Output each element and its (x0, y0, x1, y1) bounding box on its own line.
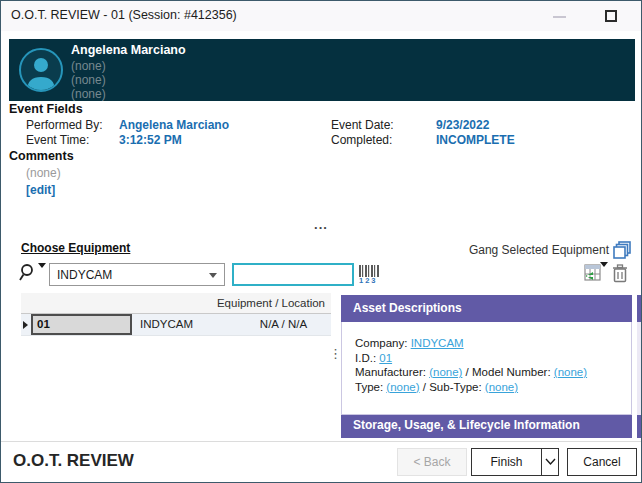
side-scrollbar-bottom (637, 415, 642, 438)
finish-split-button: Finish (471, 448, 559, 476)
asset-manufacturer-line: Manufacturer: (none) / Model Number: (no… (355, 365, 631, 380)
asset-type-line: Type: (none) / Sub-Type: (none) (355, 380, 631, 395)
chevron-down-icon (600, 262, 608, 267)
minimize-button[interactable] (553, 16, 566, 18)
oot-review-dialog: O.O.T. REVIEW - 01 (Session: #412356) An… (0, 0, 642, 483)
completed-label: Completed: (331, 133, 392, 147)
delete-button[interactable] (612, 264, 630, 285)
asset-descriptions-panel: Asset Descriptions Company: INDYCAM I.D.… (341, 295, 632, 438)
side-scrollbar-top (637, 295, 642, 322)
model-number-label: Model Number: (472, 366, 551, 378)
asset-company-line: Company: INDYCAM (355, 336, 631, 351)
table-row[interactable]: 01 INDYCAM N/A / N/A (21, 314, 331, 336)
panel-splitter[interactable]: ⋮ (329, 347, 339, 377)
person-icon (25, 55, 57, 91)
profile-name: Angelena Marciano (71, 43, 186, 57)
event-time-value: 3:12:52 PM (119, 133, 182, 147)
type-link[interactable]: (none) (386, 381, 419, 393)
finish-button[interactable]: Finish (472, 449, 541, 475)
add-from-list-button[interactable] (584, 264, 608, 286)
equipment-filter-value: INDYCAM (57, 268, 112, 282)
asset-descriptions-body: Company: INDYCAM I.D.: 01 Manufacturer: … (341, 322, 632, 415)
subtype-link[interactable]: (none) (485, 381, 518, 393)
search-icon (19, 263, 37, 282)
separator: / (466, 366, 469, 378)
profile-banner: Angelena Marciano (none) (none) (none) (9, 39, 635, 101)
row-selector-icon (23, 321, 28, 329)
gang-selected-equipment-label: Gang Selected Equipment (469, 243, 609, 257)
company-link[interactable]: INDYCAM (411, 337, 464, 349)
type-label: Type: (355, 381, 383, 393)
window-title: O.O.T. REVIEW - 01 (Session: #412356) (11, 8, 237, 22)
comments-heading: Comments (9, 149, 74, 163)
collapse-grip[interactable]: ... (1, 220, 641, 230)
performed-by-value: Angelena Marciano (119, 118, 229, 132)
barcode-icon: 123 (359, 263, 381, 285)
completed-value: INCOMPLETE (436, 133, 515, 147)
profile-detail-line: (none) (71, 87, 106, 101)
equipment-grid-header: Equipment / Location (21, 293, 331, 314)
copy-stack-icon[interactable] (613, 241, 632, 260)
choose-equipment-heading: Choose Equipment (21, 241, 130, 255)
grid-import-icon (584, 264, 601, 281)
manufacturer-label: Manufacturer: (355, 366, 426, 378)
equipment-grid: Equipment / Location 01 INDYCAM N/A / N/… (21, 293, 331, 336)
event-fields-heading: Event Fields (9, 102, 83, 116)
id-link[interactable]: 01 (379, 352, 392, 364)
back-button[interactable]: < Back (397, 448, 467, 476)
wizard-title: O.O.T. REVIEW (13, 451, 134, 471)
subtype-label: Sub-Type: (429, 381, 481, 393)
equipment-company-cell: INDYCAM (132, 314, 236, 335)
equipment-location-cell: N/A / N/A (236, 314, 331, 335)
manufacturer-link[interactable]: (none) (429, 366, 462, 378)
profile-detail-line: (none) (71, 59, 106, 73)
footer-bar: O.O.T. REVIEW < Back Finish Cancel (1, 441, 641, 482)
search-scope-button[interactable] (19, 263, 46, 286)
trash-icon (612, 264, 628, 283)
chevron-down-icon (209, 273, 217, 278)
company-label: Company: (355, 337, 407, 349)
side-scrollbar[interactable] (637, 295, 642, 438)
equipment-search-input[interactable] (232, 263, 354, 286)
title-bar: O.O.T. REVIEW - 01 (Session: #412356) (1, 1, 641, 31)
performed-by-label: Performed By: (26, 118, 103, 132)
profile-detail-line: (none) (71, 73, 106, 87)
separator: / (423, 381, 426, 393)
row-selector[interactable] (21, 314, 31, 335)
event-date-value: 9/23/2022 (436, 118, 489, 132)
storage-usage-lifecycle-header: Storage, Usage, & Lifecycle Information (341, 415, 632, 438)
id-label: I.D.: (355, 352, 376, 364)
model-number-link[interactable]: (none) (554, 366, 587, 378)
chevron-down-icon (545, 458, 556, 466)
avatar (19, 48, 63, 92)
cancel-button[interactable]: Cancel (567, 448, 637, 476)
comments-edit-link[interactable]: [edit] (26, 183, 55, 197)
event-time-label: Event Time: (26, 133, 89, 147)
maximize-button[interactable] (605, 10, 617, 22)
chevron-down-icon (38, 263, 46, 268)
asset-id-line: I.D.: 01 (355, 351, 631, 366)
equipment-id-cell[interactable]: 01 (31, 314, 132, 335)
comments-value: (none) (26, 166, 61, 180)
equipment-location-column-header: Equipment / Location (217, 297, 325, 309)
equipment-filter-dropdown[interactable]: INDYCAM (49, 263, 225, 286)
barcode-digits: 123 (359, 276, 378, 285)
finish-dropdown-button[interactable] (541, 449, 558, 475)
asset-descriptions-header: Asset Descriptions (341, 295, 632, 322)
event-date-label: Event Date: (331, 118, 394, 132)
